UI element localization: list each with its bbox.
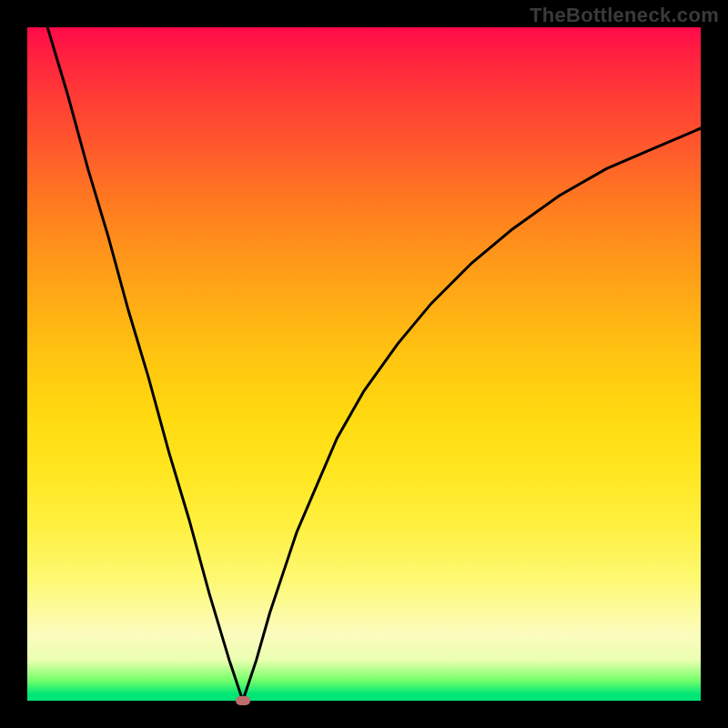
plot-area	[27, 27, 701, 701]
curve-left-segment	[47, 27, 243, 701]
chart-container: TheBottleneck.com	[0, 0, 728, 728]
curve-right-segment	[243, 128, 701, 701]
watermark-text: TheBottleneck.com	[530, 4, 719, 27]
curve-svg	[27, 27, 701, 701]
bottleneck-marker	[236, 696, 250, 705]
